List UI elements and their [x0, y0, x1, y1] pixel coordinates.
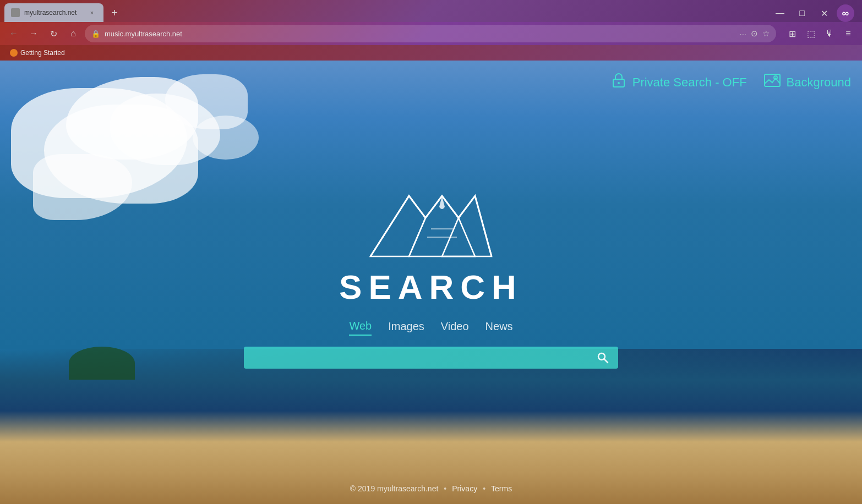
tab-web[interactable]: Web — [349, 317, 372, 336]
tab-video[interactable]: Video — [441, 318, 469, 335]
search-input[interactable] — [253, 352, 591, 364]
address-bar[interactable]: 🔒 music.myultrasearch.net ··· ⊙ ☆ — [85, 25, 776, 42]
bookmark-getting-started[interactable]: Getting Started — [6, 48, 69, 58]
search-icon — [596, 351, 609, 364]
search-bar-container — [244, 347, 618, 369]
logo-icon — [354, 163, 508, 273]
center-content: SEARCH Web Images Video News — [244, 163, 618, 369]
lock-icon: 🔒 — [91, 30, 100, 38]
svg-line-10 — [604, 359, 608, 363]
close-window-button[interactable]: ✕ — [816, 6, 832, 21]
private-search-label: Private Search - OFF — [632, 75, 747, 90]
library-button[interactable]: ⊞ — [784, 25, 800, 42]
lock-private-icon — [610, 72, 627, 92]
tab-bar: myultrasearch.net × + ∞ — □ ✕ — [0, 0, 862, 22]
tree-silhouette — [69, 347, 135, 380]
infinity-icon: ∞ — [837, 4, 854, 22]
pocket-button[interactable]: ⊙ — [751, 29, 758, 39]
mic-button[interactable]: 🎙 — [821, 25, 838, 42]
search-tabs: Web Images Video News — [349, 317, 512, 336]
refresh-button[interactable]: ↻ — [45, 25, 62, 42]
bookmark-button[interactable]: ☆ — [762, 29, 770, 39]
browser-chrome: myultrasearch.net × + ∞ — □ ✕ ← → ↻ ⌂ 🔒 … — [0, 0, 862, 61]
tab-images[interactable]: Images — [388, 318, 424, 335]
logo-text: SEARCH — [339, 267, 523, 306]
footer-copyright: © 2019 myultrasearch.net — [350, 484, 439, 493]
home-button[interactable]: ⌂ — [65, 25, 81, 42]
bookmark-label: Getting Started — [20, 49, 65, 57]
forward-button[interactable]: → — [25, 25, 42, 42]
svg-marker-4 — [370, 196, 425, 256]
synced-tabs-button[interactable]: ⬚ — [803, 25, 819, 42]
top-right-controls: Private Search - OFF Background — [610, 72, 851, 93]
page-footer: © 2019 myultrasearch.net • Privacy • Ter… — [350, 484, 512, 493]
tab-close-button[interactable]: × — [87, 8, 97, 18]
privacy-link[interactable]: Privacy — [452, 484, 477, 493]
tab-title: myultrasearch.net — [24, 9, 83, 17]
bookmark-favicon — [10, 49, 18, 57]
search-button[interactable] — [596, 351, 609, 364]
nav-bar: ← → ↻ ⌂ 🔒 music.myultrasearch.net ··· ⊙ … — [0, 22, 862, 45]
back-button[interactable]: ← — [6, 25, 22, 42]
background-button[interactable]: Background — [763, 72, 851, 93]
window-controls: — □ ✕ — [772, 6, 832, 21]
terms-link[interactable]: Terms — [491, 484, 512, 493]
menu-button[interactable]: ≡ — [840, 25, 856, 42]
bookmarks-bar: Getting Started — [0, 45, 862, 61]
background-label: Background — [787, 75, 851, 90]
page-content: Private Search - OFF Background — [0, 61, 862, 504]
new-tab-button[interactable]: + — [106, 4, 123, 21]
logo-container: SEARCH — [339, 163, 523, 306]
address-actions: ··· ⊙ ☆ — [739, 29, 770, 39]
more-options-button[interactable]: ··· — [739, 29, 746, 39]
background-icon — [763, 72, 781, 93]
tab-news[interactable]: News — [485, 318, 513, 335]
toolbar-right: ⊞ ⬚ 🎙 ≡ — [784, 25, 856, 42]
private-search-button[interactable]: Private Search - OFF — [610, 72, 747, 92]
address-url: music.myultrasearch.net — [105, 30, 735, 38]
minimize-button[interactable]: — — [772, 6, 788, 21]
maximize-button[interactable]: □ — [794, 6, 810, 21]
tab-favicon — [11, 8, 20, 17]
footer-dot-1: • — [444, 484, 446, 493]
svg-point-1 — [618, 82, 620, 84]
footer-dot-2: • — [483, 484, 485, 493]
active-tab[interactable]: myultrasearch.net × — [4, 3, 103, 22]
